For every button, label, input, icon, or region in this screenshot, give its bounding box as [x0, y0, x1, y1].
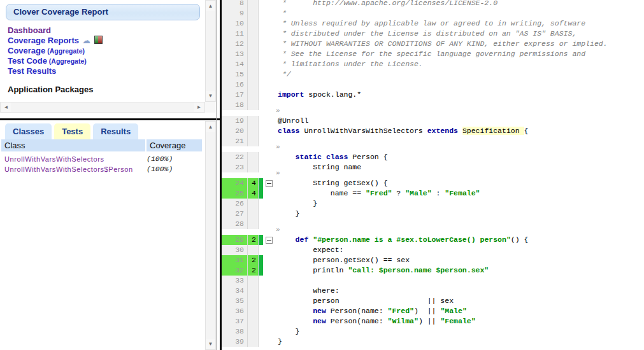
- string-token: "call: $person.name $person.sex": [348, 266, 489, 274]
- string-token: "#person.name is a #sex.toLowerCase() pe…: [313, 235, 511, 244]
- class-table-rows: UnrollWithVarsWithSelectors(100%)UnrollW…: [0, 154, 205, 174]
- hit-count: [248, 326, 259, 337]
- code-line: * http://www.apache.org/licenses/LICENSE…: [263, 0, 644, 8]
- string-token: "Female": [440, 317, 475, 325]
- horizontal-splitter[interactable]: [0, 118, 220, 120]
- code-line: * distributed under the License is distr…: [263, 29, 644, 39]
- sidebar-link-dashboard[interactable]: Dashboard: [8, 25, 51, 35]
- scroll-up-button[interactable]: ▲: [206, 1, 215, 11]
- code-line: println "call: $person.name $person.sex": [263, 265, 644, 276]
- keyword-token: new: [313, 317, 326, 325]
- nav-vertical-scrollbar[interactable]: ▲ ▼: [205, 0, 216, 102]
- code-line: person || sex: [263, 296, 644, 306]
- code-row: 9 *: [222, 8, 644, 18]
- line-number: 15: [222, 69, 248, 80]
- code-line: * limitations under the License.: [263, 59, 644, 69]
- expand-fold-icon[interactable]: »: [276, 144, 280, 151]
- expand-fold-icon[interactable]: »: [276, 227, 280, 234]
- nav-horizontal-scrollbar[interactable]: ◄ ►: [0, 102, 205, 113]
- class-link[interactable]: UnrollWithVarsWithSelectors$Person: [1, 164, 143, 174]
- source-code-panel: 8 * http://www.apache.org/licenses/LICEN…: [220, 0, 644, 350]
- coverage-bar: [259, 286, 263, 296]
- hit-count[interactable]: 4: [248, 178, 259, 188]
- sidebar-link-coverage-reports[interactable]: Coverage Reports: [8, 36, 79, 45]
- scroll-right-button[interactable]: ►: [194, 102, 204, 112]
- application-packages-heading: Application Packages: [8, 85, 205, 94]
- string-token: "Female": [445, 189, 480, 197]
- scroll-up-button[interactable]: ▲: [206, 122, 215, 132]
- line-number: 12: [222, 39, 248, 49]
- collapse-icon[interactable]: [266, 237, 273, 244]
- comment-token: * Unless required by applicable law or a…: [278, 19, 585, 27]
- collapse-icon[interactable]: [266, 180, 273, 187]
- tests-vertical-scrollbar[interactable]: ▲ ▼: [205, 121, 216, 350]
- coverage-bar: [259, 178, 263, 188]
- string-token: "Male": [440, 307, 466, 315]
- expand-fold-icon[interactable]: »: [276, 108, 280, 115]
- scroll-down-button[interactable]: ▼: [206, 91, 215, 101]
- code-row: 254 name == "Fred" ? "Male" : "Female": [222, 188, 644, 199]
- line-number: 10: [222, 18, 248, 29]
- hit-count[interactable]: 4: [248, 188, 259, 199]
- code-row: 26 }: [222, 199, 644, 209]
- code-token: :: [432, 189, 445, 197]
- scrollbar-corner: [205, 102, 216, 113]
- code-token: }: [278, 327, 300, 335]
- sidebar-link-test-code[interactable]: Test Code (Aggregate): [8, 56, 87, 66]
- code-line: * See the License for the specific langu…: [263, 49, 644, 59]
- column-header-class: Class: [1, 139, 145, 151]
- hit-count[interactable]: 2: [248, 255, 259, 265]
- code-token: }: [278, 209, 300, 218]
- code-line: * WITHOUT WARRANTIES OR CONDITIONS OF AN…: [263, 39, 644, 49]
- tab-results[interactable]: Results: [93, 123, 138, 139]
- report-title-header: Clover Coverage Report: [6, 4, 200, 20]
- code-row: 292 def "#person.name is a #sex.toLowerC…: [222, 235, 644, 245]
- fold-divider: »: [222, 172, 644, 178]
- hit-count[interactable]: 2: [248, 235, 259, 245]
- tab-classes[interactable]: Classes: [5, 123, 52, 139]
- coverage-bar: [259, 265, 263, 276]
- code-row: 312 person.getSex() == sex: [222, 255, 644, 265]
- line-number: 35: [222, 296, 248, 306]
- sidebar-link-coverage[interactable]: Coverage (Aggregate): [8, 46, 85, 55]
- coverage-bar: [259, 326, 263, 337]
- code-line: [263, 276, 644, 286]
- cloud-icon[interactable]: ☁: [82, 36, 90, 45]
- code-token: expect:: [278, 246, 344, 254]
- tab-tests[interactable]: Tests: [54, 123, 90, 139]
- code-row: 15 */: [222, 69, 644, 80]
- fold-divider: »: [222, 110, 644, 116]
- line-number: 19: [222, 116, 248, 126]
- clover-logo-icon[interactable]: [94, 36, 103, 44]
- tests-panel: ClassesTestsResults Class Coverage Unrol…: [0, 121, 205, 350]
- code-row: 33: [222, 276, 644, 286]
- coverage-bar: [259, 306, 263, 316]
- code-row: 244 String getSex() {: [222, 178, 644, 188]
- class-link[interactable]: UnrollWithVarsWithSelectors: [1, 154, 143, 164]
- code-line: [263, 100, 644, 110]
- code-line: class UnrollWithVarsWithSelectors extend…: [263, 126, 644, 136]
- line-number: 9: [222, 8, 248, 18]
- expand-fold-icon[interactable]: »: [276, 170, 280, 177]
- scroll-down-button[interactable]: ▼: [206, 339, 215, 349]
- line-number: 30: [222, 245, 248, 255]
- code-token: println: [278, 266, 348, 274]
- source-code-listing: 8 * http://www.apache.org/licenses/LICEN…: [222, 0, 644, 347]
- code-token: @Unroll: [278, 116, 308, 125]
- code-line: String getSex() {: [263, 178, 644, 188]
- line-number: 24: [222, 178, 248, 188]
- coverage-bar: [259, 59, 263, 69]
- code-token: String name: [278, 163, 361, 171]
- coverage-bar: [259, 255, 263, 265]
- code-row: 22 static class Person {: [222, 152, 644, 162]
- code-row: 17import spock.lang.*: [222, 90, 644, 100]
- hit-count: [248, 59, 259, 69]
- line-number: 39: [222, 337, 248, 347]
- hit-count[interactable]: 2: [248, 265, 259, 276]
- line-number: 14: [222, 59, 248, 69]
- sidebar-link-test-results[interactable]: Test Results: [8, 66, 56, 76]
- code-line: @Unroll: [263, 116, 644, 126]
- scroll-left-button[interactable]: ◄: [1, 102, 11, 112]
- coverage-bar: [259, 296, 263, 306]
- code-line: person.getSex() == sex: [263, 255, 644, 265]
